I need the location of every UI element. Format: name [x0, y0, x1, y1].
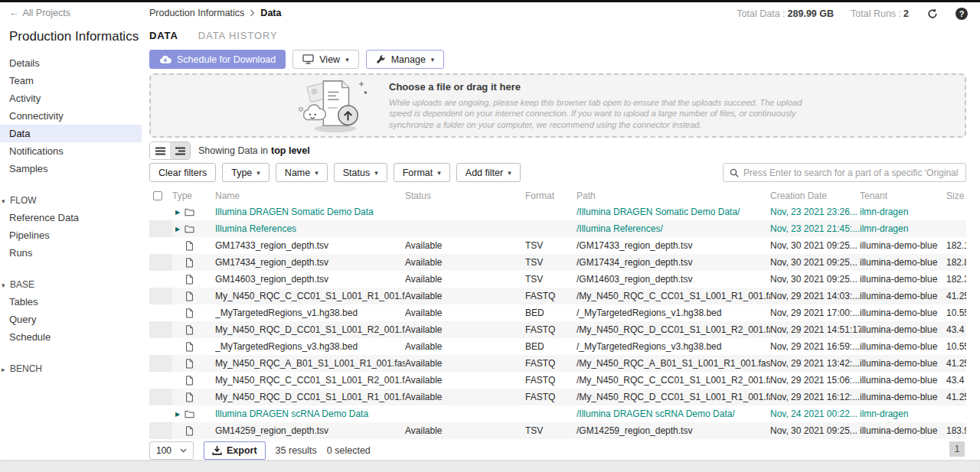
refresh-button[interactable] — [926, 7, 939, 20]
row-name[interactable]: Illumina DRAGEN Somatic Demo Data — [215, 207, 405, 217]
filter-button-clear-filters[interactable]: Clear filters — [149, 163, 216, 182]
sidebar-item-activity[interactable]: Activity — [0, 90, 142, 107]
table-header: Type Name Status Format Path Creation Da… — [149, 187, 966, 203]
sidebar-item-schedule[interactable]: Schedule — [0, 328, 142, 346]
row-tenant: illumina-demo-blue — [860, 257, 946, 268]
row-name[interactable]: My_N450_RQC_C_CC01_S1_L001_R2_001.fastq.… — [215, 375, 405, 386]
row-name[interactable]: GM14259_region_depth.tsv — [215, 425, 405, 436]
table-row[interactable]: GM17433_region_depth.tsvAvailableTSV/GM1… — [149, 237, 966, 254]
column-header-name[interactable]: Name — [215, 190, 405, 201]
row-name[interactable]: My_N450_RQC_D_CC01_S1_L001_R2_001.fastq.… — [215, 324, 405, 335]
filter-button-name[interactable]: Name ▾ — [276, 163, 328, 182]
column-header-size[interactable]: Size — [946, 190, 966, 201]
chevron-right-icon — [250, 9, 255, 17]
tab-data[interactable]: DATA — [149, 30, 178, 41]
table-row[interactable]: My_N450_RQC_A_B01_S1_L001_R1_001.fastq.g… — [149, 355, 966, 372]
row-creation-date: Nov, 30 2021 09:25... — [770, 257, 860, 268]
row-name[interactable]: Illumina References — [215, 223, 405, 234]
sidebar-item-samples[interactable]: Samples — [0, 160, 142, 177]
sidebar-section-header-bench[interactable]: ▸BENCH — [0, 360, 142, 377]
column-header-format[interactable]: Format — [525, 190, 577, 201]
file-icon — [185, 291, 194, 301]
sidebar-item-data[interactable]: Data — [0, 125, 142, 142]
row-format: FASTQ — [525, 375, 577, 386]
sidebar-item-query[interactable]: Query — [0, 311, 142, 328]
row-name[interactable]: My_N450_RQC_C_CC01_S1_L001_R1_001.fastq.… — [215, 291, 405, 301]
column-header-type[interactable]: Type — [172, 190, 215, 201]
row-name[interactable]: My_N450_RQC_A_B01_S1_L001_R1_001.fastq.g… — [215, 358, 405, 369]
sidebar-item-tables[interactable]: Tables — [0, 293, 142, 311]
table-row[interactable]: ▶Illumina DRAGEN scRNA Demo Data/Illumin… — [149, 405, 966, 422]
row-type-cell — [172, 342, 215, 352]
column-header-tenant[interactable]: Tenant — [860, 190, 946, 201]
row-type-cell — [172, 426, 215, 436]
column-header-creation-date[interactable]: Creation Date — [770, 190, 860, 201]
breadcrumb-parent[interactable]: Production Informatics — [149, 8, 244, 18]
row-name[interactable]: _MyTargetedRegions_v3.hg38.bed — [215, 341, 405, 352]
table-row[interactable]: GM17434_region_depth.tsvAvailableTSV/GM1… — [149, 254, 966, 271]
column-header-path[interactable]: Path — [577, 190, 770, 201]
select-all-checkbox[interactable] — [153, 191, 162, 200]
row-path: /_MyTargetedRegions_v1.hg38.bed — [577, 308, 770, 318]
manage-button[interactable]: Manage ▾ — [366, 50, 445, 69]
tab-data-history[interactable]: DATA HISTORY — [198, 30, 278, 41]
table-row[interactable]: My_N450_RQC_D_CC01_S1_L001_R1_001.fastq.… — [149, 389, 966, 405]
sidebar-section-bench: ▸BENCH — [9, 360, 142, 377]
column-header-status[interactable]: Status — [405, 190, 525, 201]
sidebar-section-header-flow[interactable]: ▾FLOW — [0, 192, 142, 209]
view-button[interactable]: View ▾ — [292, 50, 358, 69]
tree-view-button[interactable] — [170, 142, 190, 159]
filter-button-status[interactable]: Status ▾ — [334, 163, 387, 182]
table-row[interactable]: ▶Illumina DRAGEN Somatic Demo Data/Illum… — [149, 203, 966, 220]
filter-button-add-filter[interactable]: Add filter ▾ — [456, 163, 521, 182]
table-row[interactable]: GM14259_region_depth.tsvAvailableTSV/GM1… — [149, 422, 966, 439]
page-size-select[interactable]: 100 — [149, 441, 194, 460]
table-row[interactable]: _MyTargetedRegions_v1.hg38.bedAvailableB… — [149, 304, 966, 321]
table-row[interactable]: GM14603_region_depth.tsvAvailableTSV/GM1… — [149, 271, 966, 288]
row-name[interactable]: _MyTargetedRegions_v1.hg38.bed — [215, 308, 405, 318]
expand-arrow-icon[interactable]: ▶ — [172, 209, 185, 216]
row-name[interactable]: GM17434_region_depth.tsv — [215, 257, 405, 268]
row-name[interactable]: GM14603_region_depth.tsv — [215, 274, 405, 285]
table-row[interactable]: ▶Illumina References/Illumina References… — [149, 220, 966, 237]
page-number-button[interactable]: 1 — [949, 441, 965, 457]
export-button[interactable]: Export — [204, 441, 266, 460]
row-size: 182.1 — [946, 240, 966, 251]
sidebar-item-notifications[interactable]: Notifications — [0, 142, 142, 160]
row-format: TSV — [525, 425, 577, 436]
table-row[interactable]: _MyTargetedRegions_v3.hg38.bedAvailableB… — [149, 338, 966, 355]
row-path: /Illumina References/ — [577, 223, 770, 234]
expand-arrow-icon[interactable]: ▶ — [172, 411, 185, 418]
file-upload-dropzone[interactable]: Choose a file or drag it here While uplo… — [149, 73, 966, 138]
results-count: 35 results — [276, 445, 317, 456]
row-name[interactable]: Illumina DRAGEN scRNA Demo Data — [215, 409, 405, 419]
row-path: /Illumina DRAGEN Somatic Demo Data/ — [577, 207, 770, 217]
row-name[interactable]: My_N450_RQC_D_CC01_S1_L001_R1_001.fastq.… — [215, 392, 405, 402]
sidebar-item-pipelines[interactable]: Pipelines — [0, 226, 142, 244]
row-size: 41.25 — [946, 392, 966, 402]
table-row[interactable]: My_N450_RQC_C_CC01_S1_L001_R2_001.fastq.… — [149, 372, 966, 389]
sidebar-item-runs[interactable]: Runs — [0, 244, 142, 262]
row-name[interactable]: GM17433_region_depth.tsv — [215, 240, 405, 251]
back-to-all-projects-link[interactable]: ← All Projects — [9, 8, 70, 18]
sidebar-item-details[interactable]: Details — [0, 54, 142, 72]
sidebar-sections: ▾FLOWReference DataPipelinesRuns▾BASETab… — [9, 192, 142, 377]
row-format: FASTQ — [525, 291, 577, 301]
sidebar-section-header-base[interactable]: ▾BASE — [0, 276, 142, 293]
filter-button-format[interactable]: Format ▾ — [394, 163, 450, 182]
sidebar-item-team[interactable]: Team — [0, 72, 142, 90]
schedule-for-download-button[interactable]: Schedule for Download — [149, 50, 286, 69]
expand-arrow-icon[interactable]: ▶ — [172, 226, 185, 233]
chevron-down-icon — [180, 448, 187, 453]
list-view-button[interactable] — [150, 142, 170, 159]
help-button[interactable]: ? — [956, 8, 968, 20]
row-type-cell: ▶ — [172, 224, 215, 234]
sidebar-item-reference-data[interactable]: Reference Data — [0, 209, 142, 226]
view-toggle-group — [149, 142, 191, 160]
table-row[interactable]: My_N450_RQC_D_CC01_S1_L001_R2_001.fastq.… — [149, 321, 966, 338]
search-input[interactable] — [743, 168, 959, 178]
filter-button-type[interactable]: Type ▾ — [222, 163, 270, 182]
sidebar-item-connectivity[interactable]: Connectivity — [0, 107, 142, 125]
table-row[interactable]: My_N450_RQC_C_CC01_S1_L001_R1_001.fastq.… — [149, 288, 966, 304]
search-box[interactable] — [723, 163, 966, 182]
